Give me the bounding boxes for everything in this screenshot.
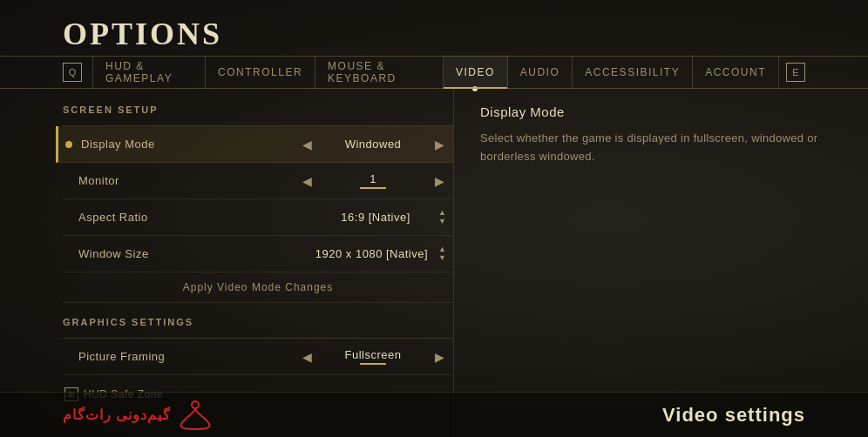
aspect-ratio-value: 16:9 [Native] [323,211,428,224]
display-mode-control: ◀ Windowed ▶ [300,138,446,151]
svg-point-0 [192,401,199,408]
nav-left-icon[interactable]: Q [63,63,82,82]
picture-framing-next[interactable]: ▶ [432,350,446,364]
watermark: گیم‌دونی رات‌گام [63,398,213,433]
setting-row-picture-framing[interactable]: Picture Framing ◀ Fullscreen ▶ [63,339,453,375]
window-size-label: Window Size [78,247,315,260]
selected-bullet [65,141,72,148]
monitor-value-bar: 1 [321,172,425,189]
cursor-indicator [472,86,478,91]
graphics-title: GRAPHICS SETTINGS [63,317,453,327]
nav-bar: Q HUD & GAMEPLAY CONTROLLER MOUSE & KEYB… [0,56,868,89]
info-description: Select whether the game is displayed in … [480,130,833,166]
setting-row-display-mode[interactable]: Display Mode ◀ Windowed ▶ [56,126,453,163]
display-mode-value: Windowed [321,138,425,151]
display-mode-next[interactable]: ▶ [432,138,446,151]
setting-row-window-size[interactable]: Window Size 1920 x 1080 [Native] ▲ ▼ [63,236,453,272]
monitor-value: 1 [321,172,425,185]
picture-framing-underline [360,363,386,365]
left-panel: SCREEN SETUP Display Mode ◀ Windowed ▶ M… [0,89,453,437]
info-title: Display Mode [480,104,833,119]
aspect-ratio-control: 16:9 [Native] ▲ ▼ [323,209,446,225]
watermark-icon [178,398,213,433]
screen-setup-title: SCREEN SETUP [63,104,453,115]
nav-item-accessibility[interactable]: ACCESSIBILITY [573,56,693,89]
display-mode-label: Display Mode [81,138,300,151]
nav-items: HUD & GAMEPLAY CONTROLLER MOUSE & KEYBOA… [92,56,779,89]
window-size-value: 1920 x 1080 [Native] [315,247,428,260]
bottom-bar: گیم‌دونی رات‌گام Video settings [0,392,868,437]
monitor-prev[interactable]: ◀ [300,174,314,188]
nav-right-icon[interactable]: E [786,63,805,82]
picture-framing-label: Picture Framing [78,350,300,363]
page-title: OPTIONS [0,0,868,52]
nav-item-hud-gameplay[interactable]: HUD & GAMEPLAY [92,56,206,89]
setting-row-monitor[interactable]: Monitor ◀ 1 ▶ [63,163,453,199]
monitor-label: Monitor [78,174,300,187]
nav-item-audio[interactable]: AUDIO [508,56,573,89]
nav-item-controller[interactable]: CONTROLLER [206,56,315,89]
monitor-underline [360,187,386,189]
graphics-list: Picture Framing ◀ Fullscreen ▶ [63,338,453,375]
display-mode-prev[interactable]: ◀ [300,138,314,151]
apply-button[interactable]: Apply Video Mode Changes [183,281,334,293]
aspect-ratio-label: Aspect Ratio [78,211,323,224]
setting-row-aspect-ratio[interactable]: Aspect Ratio 16:9 [Native] ▲ ▼ [63,199,453,236]
nav-item-account[interactable]: ACCOUNT [693,56,779,89]
bottom-left: گیم‌دونی رات‌گام [63,398,213,433]
apply-row: Apply Video Mode Changes [63,272,453,303]
video-settings-label: Video settings [662,404,805,427]
page-container: OPTIONS Q HUD & GAMEPLAY CONTROLLER MOUS… [0,0,868,437]
main-content: SCREEN SETUP Display Mode ◀ Windowed ▶ M… [0,89,868,437]
picture-framing-value: Fullscreen [321,348,425,361]
monitor-control: ◀ 1 ▶ [300,172,446,189]
picture-framing-prev[interactable]: ◀ [300,350,314,364]
monitor-next[interactable]: ▶ [432,174,446,188]
window-size-arrows[interactable]: ▲ ▼ [438,245,446,262]
picture-framing-value-bar: Fullscreen [321,348,425,365]
window-size-control: 1920 x 1080 [Native] ▲ ▼ [315,245,446,262]
graphics-section: GRAPHICS SETTINGS Picture Framing ◀ Full… [63,317,453,375]
right-panel: Display Mode Select whether the game is … [453,89,868,437]
picture-framing-control: ◀ Fullscreen ▶ [300,348,446,365]
aspect-ratio-arrows[interactable]: ▲ ▼ [438,209,446,225]
nav-item-mouse-keyboard[interactable]: MOUSE & KEYBOARD [315,56,444,89]
nav-item-video[interactable]: VIDEO [444,56,508,89]
watermark-text: گیم‌دونی رات‌گام [63,407,171,423]
screen-setup-list: Display Mode ◀ Windowed ▶ Monitor ◀ 1 [63,125,453,272]
